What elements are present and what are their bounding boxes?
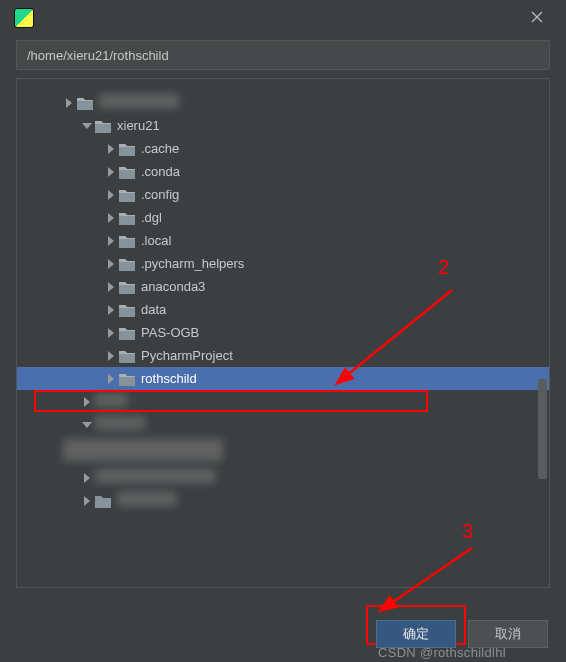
chevron-right-icon[interactable]: [81, 396, 93, 408]
folder-icon: [119, 372, 135, 386]
tree-node[interactable]: [17, 466, 549, 489]
chevron-right-icon[interactable]: [105, 350, 117, 362]
tree-node[interactable]: [17, 390, 549, 413]
chevron-down-icon[interactable]: [81, 120, 93, 132]
folder-label: rothschild: [141, 371, 197, 386]
cancel-label: 取消: [495, 625, 521, 643]
folder-icon: [119, 326, 135, 340]
folder-icon: [119, 234, 135, 248]
ok-label: 确定: [403, 625, 429, 643]
tree-node[interactable]: .pycharm_helpers: [17, 252, 549, 275]
path-input[interactable]: /home/xieru21/rothschild: [16, 40, 550, 70]
tree-node[interactable]: PAS-OGB: [17, 321, 549, 344]
chevron-right-icon[interactable]: [105, 373, 117, 385]
tree-node[interactable]: [17, 489, 549, 512]
tree-node-expanded[interactable]: xieru21: [17, 114, 549, 137]
chevron-right-icon[interactable]: [105, 281, 117, 293]
tree-node[interactable]: .cache: [17, 137, 549, 160]
chevron-right-icon[interactable]: [105, 258, 117, 270]
chevron-right-icon[interactable]: [81, 472, 93, 484]
ok-button[interactable]: 确定: [376, 620, 456, 648]
cancel-button[interactable]: 取消: [468, 620, 548, 648]
folder-icon: [77, 96, 93, 110]
folder-label: anaconda3: [141, 279, 205, 294]
tree-container: xieru21 .cache.conda.config.dgl.local.py…: [16, 78, 550, 588]
folder-icon: [119, 349, 135, 363]
folder-label: .local: [141, 233, 171, 248]
tree-node[interactable]: .config: [17, 183, 549, 206]
titlebar: [0, 0, 566, 36]
folder-label: data: [141, 302, 166, 317]
chevron-right-icon[interactable]: [105, 304, 117, 316]
folder-icon: [119, 142, 135, 156]
folder-icon: [95, 494, 111, 508]
folder-label: xieru21: [117, 118, 160, 133]
tree-node[interactable]: .dgl: [17, 206, 549, 229]
scrollbar[interactable]: [538, 379, 547, 479]
folder-label: .conda: [141, 164, 180, 179]
folder-label: .config: [141, 187, 179, 202]
folder-icon: [119, 165, 135, 179]
folder-label: .dgl: [141, 210, 162, 225]
chevron-down-icon[interactable]: [81, 419, 93, 431]
tree-node[interactable]: .conda: [17, 160, 549, 183]
close-button[interactable]: [522, 9, 552, 27]
path-value: /home/xieru21/rothschild: [27, 48, 169, 63]
chevron-right-icon[interactable]: [105, 212, 117, 224]
folder-icon: [119, 280, 135, 294]
tree-node-selected[interactable]: rothschild: [17, 367, 549, 390]
tree-node[interactable]: anaconda3: [17, 275, 549, 298]
tree-node[interactable]: PycharmProject: [17, 344, 549, 367]
chevron-right-icon[interactable]: [105, 327, 117, 339]
chevron-right-icon[interactable]: [81, 495, 93, 507]
folder-label: .pycharm_helpers: [141, 256, 244, 271]
tree-node[interactable]: [17, 413, 549, 436]
dialog-footer: 确定 取消: [376, 620, 548, 648]
chevron-right-icon[interactable]: [105, 143, 117, 155]
folder-icon: [119, 211, 135, 225]
tree-node[interactable]: [17, 436, 549, 466]
tree-node[interactable]: [17, 91, 549, 114]
chevron-right-icon[interactable]: [105, 235, 117, 247]
tree-node[interactable]: .local: [17, 229, 549, 252]
folder-icon: [119, 303, 135, 317]
folder-label: PycharmProject: [141, 348, 233, 363]
chevron-right-icon[interactable]: [105, 189, 117, 201]
folder-label: .cache: [141, 141, 179, 156]
folder-icon: [119, 257, 135, 271]
chevron-right-icon[interactable]: [63, 97, 75, 109]
tree-node[interactable]: data: [17, 298, 549, 321]
file-tree[interactable]: xieru21 .cache.conda.config.dgl.local.py…: [17, 79, 549, 512]
folder-icon: [95, 119, 111, 133]
folder-icon: [119, 188, 135, 202]
chevron-right-icon[interactable]: [105, 166, 117, 178]
folder-label: PAS-OGB: [141, 325, 199, 340]
app-icon: [14, 8, 34, 28]
